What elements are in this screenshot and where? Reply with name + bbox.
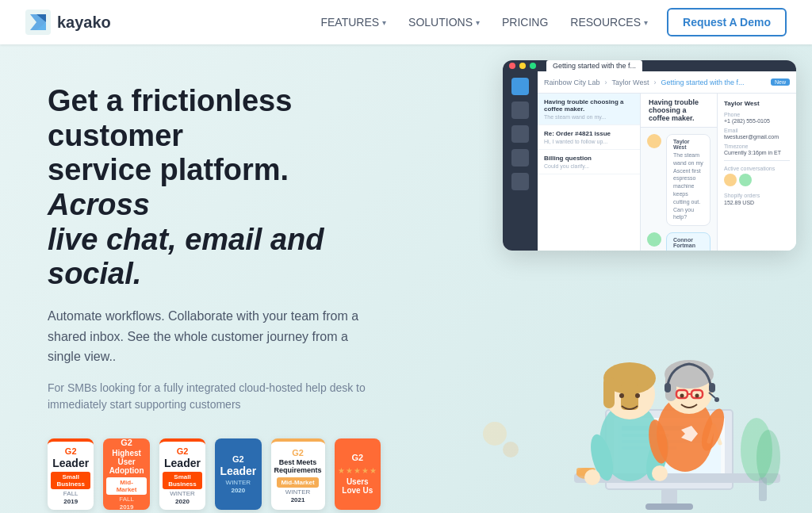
app-main: Rainbow City Lab › Taylor West › Getting… (538, 71, 796, 251)
svg-point-37 (714, 397, 719, 402)
conv-item[interactable]: Re: Order #4821 issue Hi, I wanted to fo… (538, 125, 640, 150)
svg-rect-12 (645, 503, 693, 510)
svg-point-48 (483, 422, 507, 446)
kayako-logo-icon (25, 10, 51, 35)
nav-links: FEATURES ▾ SOLUTIONS ▾ PRICING RESOURCES… (320, 16, 648, 29)
chevron-down-icon: ▾ (382, 18, 386, 27)
svg-point-46 (756, 430, 780, 485)
sidebar-icon-settings (511, 173, 529, 190)
avatar-mini (739, 174, 752, 186)
svg-point-26 (652, 465, 668, 481)
sidebar-icon-users (511, 125, 529, 143)
badge-leader-sb-fall: G2 Leader Small Business FALL 2019 (48, 438, 94, 510)
chat-area: Having trouble choosing a coffee maker. … (641, 94, 717, 251)
chevron-down-icon: ▾ (644, 18, 648, 27)
sidebar-icon-chat (511, 101, 529, 119)
badge-highest-user-adoption: G2 Highest User Adoption Mid-Market FALL… (103, 438, 149, 510)
conv-item[interactable]: Having trouble choosing a coffee maker. … (538, 94, 640, 125)
screenshot-tab: Getting started with the f... (546, 60, 642, 71)
nav-pricing[interactable]: PRICING (502, 16, 548, 29)
svg-rect-11 (661, 489, 677, 505)
screenshot-body: Rainbow City Lab › Taylor West › Getting… (503, 71, 796, 251)
svg-point-49 (503, 442, 519, 457)
badge-users-love-us: G2 ★ ★ ★ ★ ★ Users Love Us (335, 438, 381, 510)
svg-rect-19 (603, 377, 615, 408)
svg-rect-47 (759, 477, 767, 501)
avatar (647, 232, 661, 247)
logo-text: kayako (57, 13, 111, 32)
star-icon: ★ (338, 466, 345, 475)
hero-section: Get a frictionless customer service plat… (0, 44, 812, 513)
window-minimize-dot (519, 63, 526, 69)
star-icon: ★ (370, 466, 377, 475)
badge-leader-sb-winter: G2 Leader Small Business WINTER 2020 (159, 438, 205, 510)
request-demo-button[interactable]: Request A Demo (667, 8, 787, 36)
star-icon: ★ (362, 466, 369, 475)
star-icon: ★ (346, 466, 353, 475)
window-close-dot (509, 63, 515, 69)
hero-smb-text: For SMBs looking for a fully integrated … (48, 380, 381, 413)
g2-badges: G2 Leader Small Business FALL 2019 G2 Hi… (48, 438, 381, 510)
hero-subtitle: Automate workflows. Collaborate with you… (48, 306, 381, 367)
nav-solutions[interactable]: SOLUTIONS ▾ (408, 16, 480, 29)
customer-panel: Taylor West Phone +1 (282) 555-0105 Emai… (717, 94, 796, 251)
svg-point-38 (680, 394, 684, 398)
screenshot-topbar: Getting started with the f... (503, 60, 796, 71)
hero-content: Get a frictionless customer service plat… (0, 44, 412, 513)
svg-rect-35 (709, 383, 715, 392)
sidebar-icon-reports (511, 149, 529, 167)
app-sidebar (503, 71, 538, 251)
svg-point-25 (584, 469, 600, 485)
app-header-bar: Rainbow City Lab › Taylor West › Getting… (538, 71, 796, 94)
panel-field: Timezone Currently 3:16pm in ET (724, 144, 790, 155)
star-icon: ★ (354, 466, 361, 475)
avatar-mini (724, 174, 737, 186)
logo[interactable]: kayako (25, 10, 111, 35)
svg-point-39 (695, 394, 699, 398)
nav-resources[interactable]: RESOURCES ▾ (570, 16, 648, 29)
conv-item[interactable]: Billing question Could you clarify... (538, 150, 640, 174)
panel-field: Email twestuser@gmail.com (724, 128, 790, 140)
nav-features[interactable]: FEATURES ▾ (320, 16, 386, 29)
messages-list: Taylor West The steam wand on my Ascent … (641, 128, 717, 251)
badge-best-meets-requirements: G2 Best Meets Requirements Mid-Market WI… (271, 438, 325, 510)
message-item: Taylor West The steam wand on my Ascent … (647, 134, 710, 226)
svg-point-22 (635, 393, 640, 398)
window-maximize-dot (530, 63, 536, 69)
svg-point-21 (619, 393, 624, 398)
message-item: Connor Fortman I've run into this before… (647, 232, 710, 251)
navigation: kayako FEATURES ▾ SOLUTIONS ▾ PRICING RE… (0, 0, 812, 44)
conversation-list: Having trouble choosing a coffee maker. … (538, 94, 641, 251)
sidebar-icon-inbox (511, 78, 529, 95)
panel-field: Phone +1 (282) 555-0105 (724, 112, 790, 124)
chat-header: Having trouble choosing a coffee maker. (641, 94, 717, 128)
svg-rect-34 (665, 383, 671, 392)
avatar (647, 134, 661, 148)
badge-leader-winter: G2 Leader WINTER 2020 (215, 438, 261, 510)
product-screenshot: Getting started with the f... Rainbow Ci… (503, 60, 796, 251)
hero-title: Get a frictionless customer service plat… (48, 84, 381, 292)
chevron-down-icon: ▾ (476, 18, 480, 27)
